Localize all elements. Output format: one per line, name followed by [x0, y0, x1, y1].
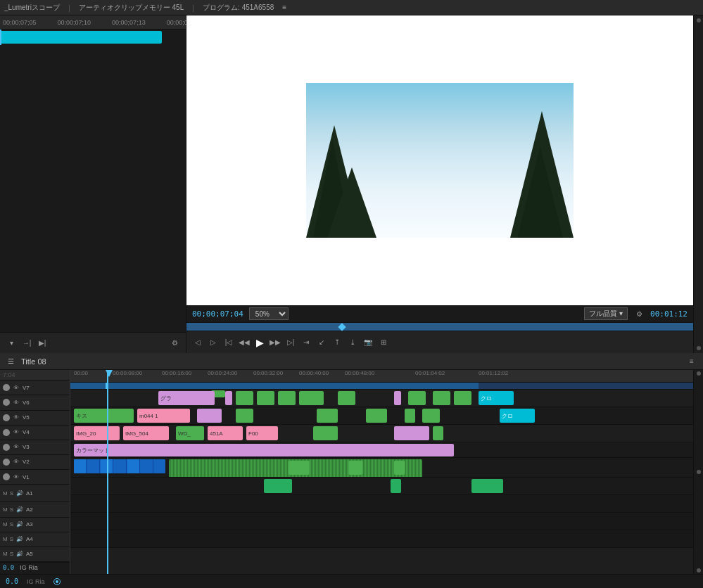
v6-clip-teal[interactable]: クロ: [500, 409, 535, 423]
a4-audio-icon[interactable]: 🔊: [15, 535, 24, 544]
v4-color-matte[interactable]: カラーマット: [74, 444, 454, 456]
v1-eye-icon[interactable]: 👁: [12, 473, 20, 481]
v3-green-clip[interactable]: [289, 461, 310, 475]
v1-toggle[interactable]: [3, 473, 10, 480]
v4-eye-icon[interactable]: 👁: [12, 428, 20, 437]
v5-clip-2[interactable]: IMG_504: [123, 426, 169, 440]
v6-eye-icon[interactable]: 👁: [12, 398, 20, 407]
v6-clip-4[interactable]: [236, 409, 253, 423]
v5-clip-4[interactable]: 451A: [208, 426, 243, 440]
v6-clip-7[interactable]: [405, 409, 415, 423]
track-v4[interactable]: カラーマット: [70, 442, 693, 458]
timeline-settings[interactable]: ≡: [686, 356, 697, 367]
lift-button[interactable]: ⤒: [331, 337, 343, 348]
v1-label: V1: [23, 474, 30, 480]
v5-clip-3[interactable]: WD_: [176, 426, 204, 440]
scrub-fill: [186, 323, 693, 331]
a1-clip-1[interactable]: [264, 479, 292, 493]
audio-clip-tab[interactable]: アーティオクリップメモリー 45L: [79, 3, 184, 13]
v7-clip-green-3[interactable]: [257, 391, 274, 405]
a1-clip-2[interactable]: [391, 479, 401, 493]
v5-clip-8[interactable]: [433, 426, 443, 440]
zoom-select[interactable]: 50% 25% 75% 100%: [249, 307, 289, 320]
quality-button[interactable]: フル品質 ▾: [584, 307, 628, 320]
source-clip[interactable]: [0, 31, 162, 44]
lumetri-tab[interactable]: _Lumetriスコープ: [4, 3, 60, 13]
v3-green-clip-2[interactable]: [348, 461, 362, 475]
play-icon[interactable]: ▶: [254, 337, 265, 348]
v3-green-clip-3[interactable]: [394, 461, 405, 475]
v6-clip-3[interactable]: [197, 409, 222, 423]
v3-eye-icon[interactable]: 👁: [12, 443, 20, 452]
track-v7[interactable]: グラ クロ: [70, 390, 693, 407]
track-a3[interactable]: [70, 513, 693, 530]
scrub-playhead[interactable]: [338, 323, 346, 331]
filter-icon[interactable]: ▾: [6, 338, 17, 349]
a1-clip-3[interactable]: [471, 479, 503, 493]
v3-toggle[interactable]: [3, 444, 10, 451]
v7-clip-green-6[interactable]: [338, 391, 355, 405]
v7-clip-green-4[interactable]: [278, 391, 296, 405]
v5-clip-6[interactable]: [313, 426, 338, 440]
a1-label: A1: [26, 490, 33, 497]
v3-thumb-1[interactable]: [74, 459, 165, 473]
a1-audio-icon[interactable]: 🔊: [15, 489, 24, 497]
v7-clip-purple-1[interactable]: グラ: [158, 391, 215, 405]
multiview-icon[interactable]: ⊞: [378, 337, 389, 348]
menu-icon[interactable]: ≡: [282, 4, 286, 11]
v4-toggle[interactable]: [3, 429, 10, 436]
go-to-out-icon[interactable]: ▷|: [285, 337, 296, 348]
v2-eye-icon[interactable]: 👁: [12, 458, 20, 466]
go-to-in-icon[interactable]: |◁: [223, 337, 234, 348]
mark-in-icon[interactable]: ◁: [192, 337, 203, 348]
track-a2[interactable]: [70, 495, 693, 513]
v6-clip-8[interactable]: [422, 409, 440, 423]
step-forward-icon[interactable]: ▶▶: [270, 337, 281, 348]
overwrite-button[interactable]: ↙: [316, 337, 327, 348]
settings-icon[interactable]: ⚙: [169, 338, 180, 349]
v5-clip-7[interactable]: [394, 426, 429, 440]
camera-icon[interactable]: 📷: [362, 337, 374, 348]
extract-button[interactable]: ⤓: [347, 337, 358, 348]
track-v5[interactable]: IMG_20 IMG_504 WD_ 451A F00: [70, 425, 693, 442]
timeline-scrollbar-right[interactable]: [693, 370, 703, 574]
v6-clip-6[interactable]: [366, 409, 387, 423]
v7-clip-green-2[interactable]: [236, 391, 253, 405]
program-monitor-tab[interactable]: プログラム: 451A6558: [203, 3, 274, 13]
v7-clip-green-5[interactable]: [299, 391, 324, 405]
mark-out-icon[interactable]: ▷: [208, 337, 219, 348]
v6-clip-2[interactable]: m044 1: [137, 409, 190, 423]
insert-button[interactable]: ⇥: [300, 337, 312, 348]
timeline-content[interactable]: 00:00 00:00:08:00 00:00:16:00 00:00:24:0…: [70, 370, 693, 574]
v6-clip-1[interactable]: キス: [74, 409, 134, 423]
v7-clip-green-8[interactable]: [433, 391, 450, 405]
v7-clip-green-9[interactable]: [454, 391, 471, 405]
program-scrub-bar[interactable]: [186, 322, 693, 331]
v7-clip-teal-1[interactable]: クロ: [479, 391, 514, 405]
track-headers-panel: 7:04 👁 V7 👁 V6 👁 V5: [0, 370, 70, 574]
overwrite-icon[interactable]: ▶|: [37, 338, 48, 349]
v5-clip-1[interactable]: IMG_20: [74, 426, 120, 440]
v5-toggle[interactable]: [3, 414, 10, 421]
v7-clip-indicator[interactable]: [225, 391, 232, 405]
a2-audio-icon[interactable]: 🔊: [15, 506, 24, 514]
a3-audio-icon[interactable]: 🔊: [15, 520, 24, 529]
track-v6[interactable]: キス m044 1 クロ: [70, 407, 693, 425]
v7-eye-icon[interactable]: 👁: [12, 383, 20, 392]
v7-clip-purple-2[interactable]: [394, 391, 401, 405]
track-v3-audio[interactable]: [70, 458, 693, 478]
v5-clip-5[interactable]: F00: [246, 426, 278, 440]
step-back-icon[interactable]: ◀◀: [239, 337, 250, 348]
a5-audio-icon[interactable]: 🔊: [15, 550, 24, 558]
track-a4[interactable]: [70, 530, 693, 548]
settings-icon-program[interactable]: ⚙: [633, 308, 645, 319]
v6-clip-5[interactable]: [317, 409, 338, 423]
v2-toggle[interactable]: [3, 459, 10, 466]
insert-icon[interactable]: →|: [21, 338, 32, 349]
v6-toggle[interactable]: [3, 399, 10, 406]
v5-eye-icon[interactable]: 👁: [12, 414, 20, 422]
v7-clip-green-7[interactable]: [408, 391, 426, 405]
track-a1[interactable]: [70, 478, 693, 495]
v7-toggle[interactable]: [3, 384, 10, 391]
timeline-work-area[interactable]: [70, 383, 693, 390]
